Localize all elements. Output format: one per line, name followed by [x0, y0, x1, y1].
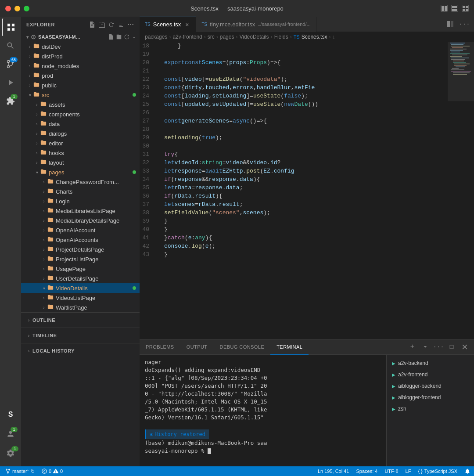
- shell-aiblogger-backend[interactable]: ▶ aiblogger-backend: [389, 380, 471, 392]
- tree-item-waitlistpage[interactable]: ›WaitlistPage: [21, 303, 140, 312]
- code-editor[interactable]: 1819202122232425262728293031323334353637…: [140, 42, 474, 339]
- refresh-icon[interactable]: [108, 21, 115, 28]
- tab-scenes-tsx[interactable]: TS Scenes.tsx ×: [140, 17, 196, 32]
- tree-item-distdev[interactable]: ›distDev: [21, 42, 140, 51]
- code-content[interactable]: }export const Scenes = (props: Props) =>…: [161, 42, 448, 339]
- folder-icon: [47, 275, 54, 282]
- bc-down-icon[interactable]: ↓: [332, 34, 335, 40]
- bc-fields[interactable]: Fields: [274, 34, 288, 40]
- tree-item-projectslistpage[interactable]: ›ProjectsListPage: [21, 254, 140, 264]
- tree-item-charts[interactable]: ›Charts: [21, 187, 140, 196]
- terminal-tabs-bar: PROBLEMS OUTPUT DEBUG CONSOLE TERMINAL ·…: [140, 339, 474, 355]
- tree-item-login[interactable]: ›Login: [21, 196, 140, 206]
- explorer-icon[interactable]: [2, 18, 19, 36]
- tree-item-projectdetailspage[interactable]: ›ProjectDetailsPage: [21, 245, 140, 254]
- code-line: const { dirty, touched, errors, handleBl…: [164, 83, 448, 92]
- new-folder-tree-icon[interactable]: [116, 34, 122, 40]
- collapse-tree-icon[interactable]: [132, 34, 138, 40]
- errors-warnings[interactable]: 0 0 0: [38, 466, 66, 476]
- tree-item-dialogs[interactable]: ›dialogs: [21, 129, 140, 138]
- maximize-button[interactable]: [24, 6, 29, 11]
- tab-debug-console[interactable]: DEBUG CONSOLE: [214, 339, 271, 355]
- run-icon[interactable]: [2, 74, 19, 91]
- collapse-icon[interactable]: [118, 21, 125, 28]
- minimize-button[interactable]: [14, 6, 20, 11]
- terminal-dropdown-icon[interactable]: [420, 341, 431, 353]
- tree-item-prod[interactable]: ›prod: [21, 71, 140, 80]
- accounts-icon[interactable]: 1: [2, 425, 19, 443]
- tab-tiny-mce[interactable]: TS tiny.mce.editor.tsx ../saaseasyai-fro…: [196, 17, 316, 32]
- terminal-close-icon[interactable]: [459, 341, 470, 353]
- more-icon[interactable]: ···: [127, 21, 134, 28]
- timeline-header[interactable]: › TIMELINE: [21, 331, 140, 340]
- source-control-icon[interactable]: 68: [2, 55, 19, 73]
- new-file-icon[interactable]: [89, 21, 96, 28]
- extensions-icon[interactable]: 1: [2, 92, 19, 110]
- tree-item-assets[interactable]: ›assets: [21, 100, 140, 109]
- bc-scenes-name[interactable]: Scenes.tsx: [302, 34, 327, 40]
- shell-zsh[interactable]: ▶ zsh: [389, 403, 471, 415]
- tree-item-usagepage[interactable]: ›UsagePage: [21, 264, 140, 274]
- tree-item-components[interactable]: ›components: [21, 109, 140, 119]
- split-editor-icon[interactable]: [444, 18, 456, 30]
- tab-problems[interactable]: PROBLEMS: [140, 339, 180, 355]
- tree-item-videoslistpage[interactable]: ›VideosListPage: [21, 293, 140, 303]
- tab-output[interactable]: OUTPUT: [180, 339, 214, 355]
- search-icon[interactable]: [2, 37, 19, 54]
- layout-icon-2[interactable]: [451, 5, 458, 12]
- shell-a2v-frontend[interactable]: ▶ a2v-frontend: [389, 369, 471, 380]
- tree-item-videodetails[interactable]: ▾VideoDetails: [21, 283, 140, 293]
- saas-icon[interactable]: S: [2, 406, 19, 423]
- tree-item-layout[interactable]: ›layout: [21, 158, 140, 167]
- tree-item-editor[interactable]: ›editor: [21, 138, 140, 148]
- new-folder-icon[interactable]: [98, 21, 105, 28]
- line-ending[interactable]: LF: [402, 466, 415, 476]
- tree-item-distprod[interactable]: ›distProd: [21, 51, 140, 61]
- tree-item-src[interactable]: ▾src: [21, 90, 140, 100]
- refresh-tree-icon[interactable]: [124, 34, 130, 40]
- tab-terminal[interactable]: TERMINAL: [270, 339, 309, 355]
- indent[interactable]: Spaces: 4: [352, 466, 381, 476]
- git-branch[interactable]: master* ↻: [2, 466, 38, 476]
- tree-item-changepasswordfrom---[interactable]: ›ChangePasswordFrom...: [21, 177, 140, 187]
- shell-a2v-backend[interactable]: ▶ a2v-backend: [389, 357, 471, 369]
- tree-item-medialibrarieslistpage[interactable]: ›MediaLibrariesListPage: [21, 206, 140, 216]
- tree-item-userdetailspage[interactable]: ›UserDetailsPage: [21, 274, 140, 283]
- terminal-maximize-icon[interactable]: [446, 341, 457, 353]
- encoding[interactable]: UTF-8: [381, 466, 402, 476]
- tree-item-node-modules[interactable]: ›node_modules: [21, 61, 140, 71]
- layout-icon-3[interactable]: [462, 5, 469, 12]
- local-history-header[interactable]: › LOCAL HISTORY: [21, 346, 140, 356]
- terminal-more-icon[interactable]: ···: [433, 341, 444, 353]
- cursor-position[interactable]: Ln 195, Col 41: [314, 466, 353, 476]
- tree-item-hooks[interactable]: ›hooks: [21, 148, 140, 158]
- language-mode[interactable]: { } TypeScript JSX: [414, 466, 461, 476]
- activity-bar: 68 1 S 1 1: [0, 17, 21, 466]
- code-line: console.log(e);: [164, 242, 448, 250]
- tree-item-openaiaccount[interactable]: ›OpenAiAccount: [21, 225, 140, 235]
- more-tabs-icon[interactable]: ···: [458, 18, 470, 30]
- tree-item-public[interactable]: ›public: [21, 80, 140, 90]
- layout-icon-1[interactable]: [441, 5, 448, 12]
- tree-item-pages[interactable]: ▾pages: [21, 167, 140, 177]
- bc-scenes-tsx[interactable]: TS: [294, 34, 300, 40]
- bc-a2v-frontend[interactable]: a2v-frontend: [172, 34, 202, 40]
- tree-item-data[interactable]: ›data: [21, 119, 140, 129]
- tab-close-1[interactable]: ×: [183, 21, 190, 28]
- bc-pages[interactable]: pages: [220, 34, 234, 40]
- tree-root[interactable]: ▾ ⊙ SAASEASYAI-M...: [21, 32, 140, 42]
- tree-item-medialibrarydetailspage[interactable]: ›MediaLibraryDetailsPage: [21, 216, 140, 225]
- terminal-output[interactable]: nager doExpands() adding expand:videosEN…: [140, 355, 386, 466]
- notifications-bell[interactable]: [461, 466, 474, 476]
- close-button[interactable]: [5, 6, 11, 11]
- bc-videodetails[interactable]: VideoDetails: [239, 34, 269, 40]
- new-terminal-icon[interactable]: [406, 341, 418, 353]
- bc-packages[interactable]: packages: [145, 34, 167, 40]
- outline-header[interactable]: › OUTLINE: [21, 315, 140, 325]
- caret-icon: ›: [33, 141, 40, 146]
- tree-item-openaiaccounts[interactable]: ›OpenAiAccounts: [21, 235, 140, 245]
- bc-src[interactable]: src: [208, 34, 215, 40]
- settings-icon[interactable]: 1: [2, 444, 19, 462]
- shell-aiblogger-frontend[interactable]: ▶ aiblogger-frontend: [389, 392, 471, 403]
- new-file-tree-icon[interactable]: [108, 34, 114, 40]
